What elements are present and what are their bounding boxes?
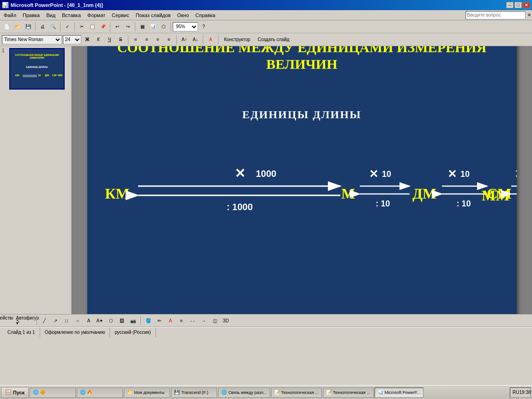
taskbar-tech2[interactable]: 📝 Технологическая ... [323,387,374,398]
font-select[interactable]: Times New Roman [2,35,62,44]
dash-style-btn[interactable]: - - [187,315,198,326]
menu-window[interactable]: Окно [175,12,192,19]
slide-canvas[interactable]: СООТНОШЕНИЕ МЕЖДУ ЕДИНИЦАМИ ИЗМЕРЕНИЯ ВЕ… [87,46,517,314]
copy-button[interactable]: 📋 [87,22,97,32]
strikethrough-button[interactable]: S [115,35,126,45]
svg-text:✕: ✕ [447,168,457,180]
spell-button[interactable]: ✓ [62,22,73,32]
menu-insert[interactable]: Вставка [59,12,84,19]
arrow-tool[interactable]: ↗ [50,315,60,326]
align-center-button[interactable]: ≡ [142,35,152,45]
ie-icon: 🌐 [33,390,38,395]
increase-font-button[interactable]: A↑ [179,35,189,45]
align-left-button[interactable]: ≡ [131,35,141,45]
svg-text:: 1000: : 1000 [226,202,253,212]
textbox-tool[interactable]: A [84,315,94,326]
shadow-btn[interactable]: ◫ [210,315,220,326]
main-area: 1 СООТНОШЕНИЕ МЕЖДУ ЕДИНИЦАМИ ИЗМЕРЕНИЯ … [0,46,532,314]
separator3 [74,22,75,31]
taskbar-folder[interactable]: 📁 Мои документы [124,387,170,398]
separator8 [176,35,177,44]
menu-tools[interactable]: Сервис [109,12,132,19]
fill-color-btn[interactable]: 🪣 [143,315,153,326]
svg-text:✕: ✕ [369,168,378,180]
slide-info-section: Слайд 1 из 1 [3,327,40,337]
constructor-button[interactable]: Конструктор [221,35,254,45]
minimize-button[interactable]: ─ [506,2,514,8]
size-select[interactable]: 24 [63,35,81,44]
zoom-select[interactable]: 95% [173,22,198,31]
line-style-btn[interactable]: ≡ [176,315,187,326]
close-button[interactable]: ✕ [523,2,530,8]
paste-button[interactable]: 📌 [98,22,108,32]
question-input[interactable] [466,11,526,19]
line-color-btn[interactable]: ✏ [154,315,164,326]
open-button[interactable]: 📂 [12,22,23,32]
print-button[interactable]: 🖨 [37,22,48,32]
menu-edit[interactable]: Правка [20,12,42,19]
wordart-tool[interactable]: A✦ [95,315,105,326]
svg-text:10: 10 [382,169,391,179]
font-color-button[interactable]: A [206,35,216,45]
oval-tool[interactable]: ○ [73,315,83,326]
taskbar-link1[interactable]: 🌐 Связь между разл... [218,387,270,398]
menu-format[interactable]: Формат [85,12,108,19]
menu-help[interactable]: Справка [193,12,218,19]
save-button[interactable]: 💾 [23,22,33,32]
table-button[interactable]: ▦ [137,22,147,32]
maximize-button[interactable]: □ [514,2,522,8]
separator11 [36,316,37,325]
decrease-font-button[interactable]: A↓ [190,35,200,45]
menu-slideshow[interactable]: Показ слайдов [133,12,174,19]
3d-btn[interactable]: 3D [221,315,231,326]
preview-button[interactable]: 🔍 [48,22,58,32]
system-tray: RU 19:38 [510,387,531,398]
clock: 19:38 [521,389,529,396]
align-right-button[interactable]: ≡ [153,35,163,45]
undo-button[interactable]: ↩ [112,22,122,32]
new-button[interactable]: 📄 [2,22,12,32]
taskbar-transcend[interactable]: 💾 Transcend (F:) [171,387,217,398]
separator4 [110,22,110,31]
justify-button[interactable]: ≡ [164,35,174,45]
ppt-icon: 📊 [378,390,383,395]
chart-button[interactable]: 📊 [148,22,158,32]
language-info: русский (Россия) [115,330,151,335]
font-color-btn2[interactable]: A [165,315,175,326]
svg-text:ММ: ММ [58,74,62,77]
diagram-button[interactable]: ⬡ [158,22,169,32]
taskbar-link1-label: Связь между разл... [228,390,266,395]
svg-text:ДМ: ДМ [412,185,436,202]
units-diagram: КМ ✕ 1000 : 1000 М ✕ 10 : 10 [87,145,517,247]
svg-text:ДМ: ДМ [45,74,49,77]
italic-button[interactable]: К [93,35,103,45]
bold-button[interactable]: Ж [82,35,92,45]
diagram-tool[interactable]: ⬡ [106,315,116,326]
line-tool[interactable]: ╱ [39,315,49,326]
start-button[interactable]: 🪟 Пуск [1,387,29,398]
taskbar-tech1-label: Технологическая ... [281,390,319,395]
question-box: ✕ [466,11,531,19]
underline-button[interactable]: Ч [104,35,115,45]
browser-icon2: 🌐 [80,390,85,395]
slide-info: Слайд 1 из 1 [7,330,35,335]
autoshapes-button[interactable]: Автофигуры ▾ [24,315,34,326]
image-tool[interactable]: 📷 [128,315,138,326]
menu-view[interactable]: Вид [43,12,58,19]
taskbar-browser2[interactable]: 🌐 🔥 [77,387,123,398]
slide-thumbnail-container: 1 СООТНОШЕНИЕ МЕЖДУ ЕДИНИЦАМИ ИЗМЕРЕНИЯ … [2,48,69,90]
redo-button[interactable]: ↪ [123,22,133,32]
clipart-tool[interactable]: 🖼 [117,315,127,326]
create-slide-button[interactable]: Создать слайд [254,35,293,45]
taskbar-powerpoint[interactable]: 📊 Microsoft PowerP... [375,387,423,398]
cut-button[interactable]: ✂ [77,22,87,32]
close-question-icon[interactable]: ✕ [527,12,531,18]
actions-button[interactable]: Действия ▾ [2,315,12,326]
menu-file[interactable]: Файл [1,12,19,19]
taskbar-browser1[interactable]: 🌐 🔶 [30,387,76,398]
slide-thumbnail[interactable]: СООТНОШЕНИЕ МЕЖДУ ЕДИНИЦАМИ ИЗМЕРЕНИЯ ЕД… [9,48,65,90]
taskbar-tech1[interactable]: 📝 Технологическая ... [271,387,322,398]
help-button[interactable]: ? [199,22,209,32]
rect-tool[interactable]: □ [61,315,72,326]
arrow-style-btn[interactable]: → [199,315,209,326]
